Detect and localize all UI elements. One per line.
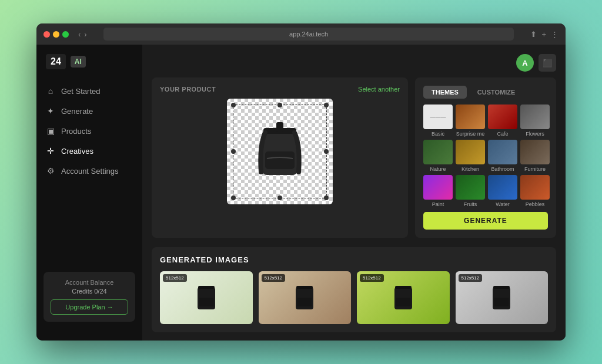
theme-fruits[interactable]: Fruits <box>456 175 485 207</box>
browser-window: ‹ › app.24ai.tech ⬆ + ⋮ 24 AI ⌂ <box>36 23 566 341</box>
size-badge-4: 512x512 <box>459 274 483 282</box>
theme-kitchen[interactable]: Kitchen <box>456 140 485 172</box>
theme-water[interactable]: Water <box>488 175 517 207</box>
product-image-area <box>227 99 333 204</box>
svg-rect-12 <box>396 298 410 306</box>
generate-button[interactable]: GENERATE <box>423 212 548 230</box>
theme-thumb-paint <box>423 175 453 200</box>
sidebar-item-get-started[interactable]: ⌂ Get Started <box>36 81 142 101</box>
traffic-light-green[interactable] <box>62 31 69 38</box>
gen-backpack-1 <box>192 280 221 315</box>
theme-thumb-basic: ——— <box>423 105 453 129</box>
creatives-icon: ✛ <box>46 146 55 156</box>
theme-thumb-flowers <box>520 105 550 129</box>
theme-furniture[interactable]: Furniture <box>520 140 550 172</box>
tab-customize[interactable]: CUSTOMIZE <box>469 86 524 99</box>
theme-label-water: Water <box>496 201 510 207</box>
sidebar-item-account-settings[interactable]: ⚙ Account Settings <box>36 161 142 181</box>
credits-label: Credits 0/24 <box>51 288 128 295</box>
browser-nav: ‹ › <box>78 30 87 39</box>
forward-button[interactable]: › <box>84 30 86 39</box>
theme-thumb-fruits <box>456 175 485 200</box>
theme-label-basic: Basic <box>432 131 444 137</box>
logo-ai: AI <box>71 56 86 68</box>
theme-label-furniture: Furniture <box>524 166 546 172</box>
generated-image-4[interactable]: 512x512 <box>456 271 549 324</box>
product-image-bg <box>227 99 333 204</box>
header-row: A ⬛ <box>152 54 556 72</box>
settings-icon: ⚙ <box>46 166 55 176</box>
traffic-light-red[interactable] <box>44 31 50 38</box>
generated-image-1[interactable]: 512x512 <box>160 271 253 324</box>
theme-label-surprise: Surprise me <box>456 131 485 137</box>
traffic-light-yellow[interactable] <box>53 31 59 38</box>
theme-label-kitchen: Kitchen <box>461 166 479 172</box>
back-button[interactable]: ‹ <box>78 30 81 39</box>
home-icon: ⌂ <box>46 86 55 96</box>
address-bar[interactable]: app.24ai.tech <box>103 28 514 41</box>
handle-tm <box>277 103 282 107</box>
app-body: 24 AI ⌂ Get Started ✦ Generate ▣ Product… <box>36 45 566 341</box>
select-another-link[interactable]: Select another <box>358 86 400 93</box>
menu-icon[interactable]: ⋮ <box>551 30 558 39</box>
theme-pebbles[interactable]: Pebbles <box>520 175 550 207</box>
theme-thumb-pebbles <box>520 175 550 200</box>
size-badge-2: 512x512 <box>262 274 286 282</box>
traffic-lights <box>44 31 69 38</box>
theme-label-paint: Paint <box>432 201 444 207</box>
upgrade-plan-button[interactable]: Upgrade Plan → <box>51 299 128 315</box>
theme-label-cafe: Cafe <box>497 131 508 137</box>
sidebar-label-generate: Generate <box>61 107 93 116</box>
sidebar-item-creatives[interactable]: ✛ Creatives <box>36 141 142 161</box>
theme-cafe[interactable]: Cafe <box>488 105 517 137</box>
gen-backpack-3 <box>389 280 418 315</box>
theme-flowers[interactable]: Flowers <box>520 105 550 137</box>
tab-themes[interactable]: THEMES <box>423 86 467 99</box>
theme-thumb-bathroom <box>488 140 517 164</box>
theme-basic[interactable]: ——— Basic <box>423 105 453 137</box>
sidebar-label-creatives: Creatives <box>61 147 93 156</box>
svg-rect-3 <box>265 151 295 169</box>
gen-backpack-2 <box>290 280 319 315</box>
sidebar-label-account-settings: Account Settings <box>61 167 119 176</box>
generated-image-2[interactable]: 512x512 <box>259 271 352 324</box>
share-icon[interactable]: ⬆ <box>530 30 537 39</box>
products-icon: ▣ <box>46 126 55 136</box>
generated-image-3[interactable]: 512x512 <box>357 271 450 324</box>
svg-rect-5 <box>198 286 215 289</box>
sidebar-item-generate[interactable]: ✦ Generate <box>36 101 142 121</box>
theme-label-fruits: Fruits <box>464 201 477 207</box>
theme-nature[interactable]: Nature <box>423 140 453 172</box>
theme-thumb-kitchen <box>456 140 485 164</box>
theme-thumb-furniture <box>520 140 550 164</box>
product-panel: YOUR PRODUCT Select another <box>152 77 408 238</box>
generated-section-title: GENERATED IMAGES <box>160 255 548 264</box>
theme-thumb-cafe <box>488 105 517 129</box>
themes-panel: THEMES CUSTOMIZE ——— Basic <box>415 77 556 238</box>
theme-label-flowers: Flowers <box>526 131 544 137</box>
account-balance-label: Account Balance <box>51 279 128 286</box>
theme-surprise-me[interactable]: Surprise me <box>456 105 485 137</box>
sidebar-label-products: Products <box>61 127 91 136</box>
svg-rect-14 <box>493 286 510 289</box>
handle-lm <box>231 149 236 154</box>
browser-actions: ⬆ + ⋮ <box>530 30 558 39</box>
handle-tr <box>324 103 329 107</box>
top-section: YOUR PRODUCT Select another <box>152 77 556 238</box>
product-panel-title: YOUR PRODUCT <box>160 86 216 93</box>
main-content: A ⬛ YOUR PRODUCT Select another <box>142 45 566 341</box>
svg-rect-8 <box>296 286 313 289</box>
logo-area: 24 AI <box>36 54 142 81</box>
theme-paint[interactable]: Paint <box>423 175 453 207</box>
svg-rect-2 <box>276 122 283 132</box>
sidebar-item-products[interactable]: ▣ Products <box>36 121 142 141</box>
logout-icon-btn[interactable]: ⬛ <box>539 54 556 72</box>
content-area: YOUR PRODUCT Select another <box>152 77 556 332</box>
theme-tabs: THEMES CUSTOMIZE <box>423 86 548 99</box>
theme-label-nature: Nature <box>430 166 446 172</box>
theme-thumb-water <box>488 175 517 200</box>
theme-bathroom[interactable]: Bathroom <box>488 140 517 172</box>
handle-tl <box>231 103 236 107</box>
add-tab-icon[interactable]: + <box>541 30 546 39</box>
avatar[interactable]: A <box>516 54 534 72</box>
